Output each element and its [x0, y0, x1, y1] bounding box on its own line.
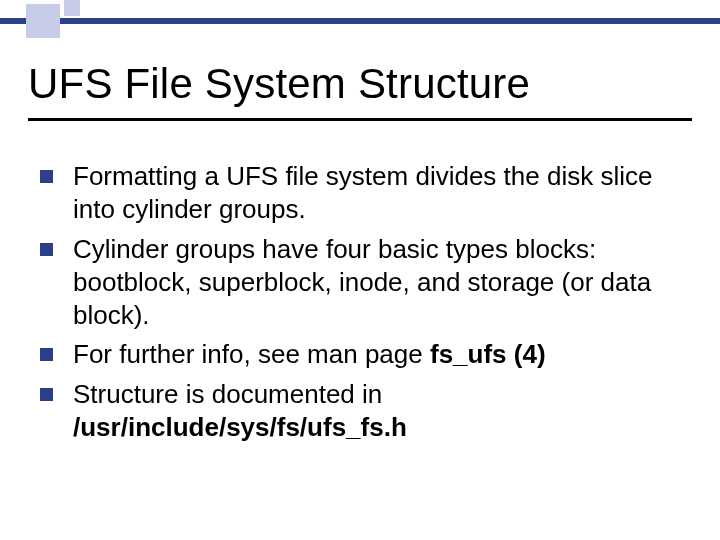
title-underline	[28, 118, 692, 121]
bullet-text: For further info, see man page fs_ufs (4…	[73, 338, 680, 371]
accent-square-small	[64, 0, 80, 16]
bullet-text-plain: For further info, see man page	[73, 339, 430, 369]
list-item: Formatting a UFS file system divides the…	[40, 160, 680, 227]
square-bullet-icon	[40, 388, 53, 401]
slide-title: UFS File System Structure	[28, 60, 530, 108]
bullet-text-bold: fs_ufs (4)	[430, 339, 546, 369]
square-bullet-icon	[40, 243, 53, 256]
list-item: Cylinder groups have four basic types bl…	[40, 233, 680, 333]
list-item: For further info, see man page fs_ufs (4…	[40, 338, 680, 371]
slide-body: Formatting a UFS file system divides the…	[40, 160, 680, 450]
bullet-text: Formatting a UFS file system divides the…	[73, 160, 680, 227]
accent-band	[0, 18, 720, 24]
bullet-text-plain: Structure is documented in	[73, 379, 382, 409]
slide: UFS File System Structure Formatting a U…	[0, 0, 720, 540]
bullet-text: Structure is documented in /usr/include/…	[73, 378, 680, 445]
accent-square-large	[26, 4, 60, 38]
square-bullet-icon	[40, 170, 53, 183]
header-decoration	[0, 0, 720, 36]
square-bullet-icon	[40, 348, 53, 361]
bullet-text-bold: /usr/include/sys/fs/ufs_fs.h	[73, 412, 407, 442]
list-item: Structure is documented in /usr/include/…	[40, 378, 680, 445]
bullet-text: Cylinder groups have four basic types bl…	[73, 233, 680, 333]
